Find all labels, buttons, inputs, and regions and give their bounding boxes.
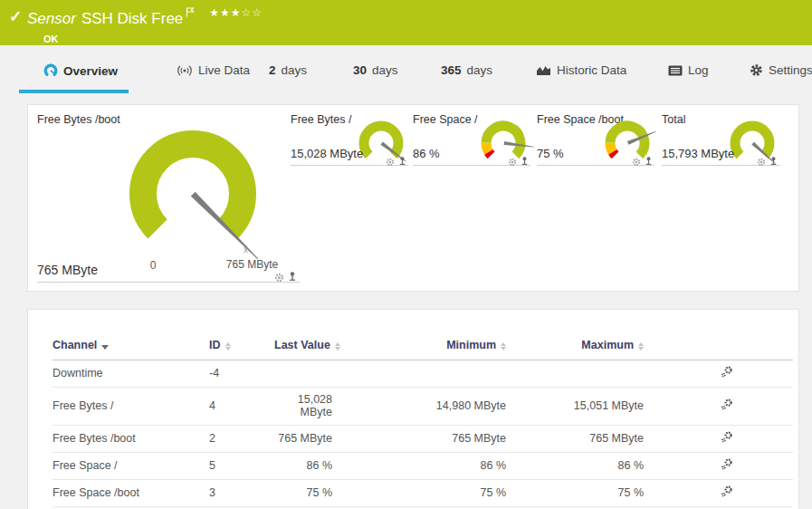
channels-table: Channel ID Last Value Minimum Maximum Do… xyxy=(53,333,793,509)
col-header-channel[interactable]: Channel xyxy=(53,333,209,360)
pin-icon[interactable] xyxy=(398,154,406,170)
cell-channel: Free Bytes / xyxy=(53,387,209,425)
main-gauge-title: Free Bytes /boot xyxy=(37,113,120,126)
cell-channel: Downtime xyxy=(53,360,209,387)
main-gauge-arc xyxy=(120,118,265,263)
tab-live-data-label: Live Data xyxy=(198,63,250,77)
cell-id: 3 xyxy=(209,479,274,506)
cell-minimum: 765 MByte xyxy=(386,425,558,452)
tab-2-days-label: days xyxy=(282,63,308,77)
table-row: Free Bytes /boot 2 765 MByte 765 MByte 7… xyxy=(53,425,793,452)
cell-last-value xyxy=(274,360,386,387)
sensor-header: ✓ SensorSSH Disk Free★★★☆☆ OK xyxy=(0,0,812,45)
table-row: Free Space /boot 3 75 % 75 % 75 % xyxy=(53,479,793,506)
tab-30-days-number: 30 xyxy=(353,63,367,77)
gauge-free-space-root[interactable]: Free Space / 86 % xyxy=(413,105,530,178)
cell-id: 4 xyxy=(209,387,274,425)
pin-icon[interactable] xyxy=(645,154,653,170)
cell-minimum: 75 % xyxy=(386,479,558,506)
gauge-value: 75 % xyxy=(537,147,564,160)
gauge-total[interactable]: Total 15,793 MByte xyxy=(662,105,779,178)
cell-last-value: 75 % xyxy=(274,479,386,506)
table-row: Free Bytes / 4 15,028 MByte 14,980 MByte… xyxy=(53,387,793,425)
page-title: SensorSSH Disk Free★★★☆☆ xyxy=(27,4,263,28)
channel-gear-icon[interactable] xyxy=(508,154,517,170)
tab-2-days[interactable]: 2 days xyxy=(269,63,307,77)
gauge-title: Free Space / xyxy=(413,113,478,126)
main-gauge-scale-max: 765 MByte xyxy=(209,258,295,271)
tab-365-days-number: 365 xyxy=(441,63,462,77)
cell-maximum: 15,051 MByte xyxy=(558,387,693,425)
cell-last-value: 15,028 MByte xyxy=(274,387,386,425)
sort-icon xyxy=(638,342,644,351)
gauge-title: Total xyxy=(662,113,685,126)
col-header-minimum[interactable]: Minimum xyxy=(386,333,558,360)
channel-gear-icon[interactable] xyxy=(386,154,395,170)
channel-gear-icon[interactable] xyxy=(757,154,766,170)
active-tab-underline xyxy=(19,90,129,93)
tab-overview[interactable]: Overview xyxy=(43,63,118,78)
col-header-id[interactable]: ID xyxy=(209,333,274,360)
pin-icon[interactable] xyxy=(521,154,529,170)
stars-empty: ☆☆ xyxy=(242,6,263,19)
status-check-icon: ✓ xyxy=(9,7,22,26)
main-gauge-value: 765 MByte xyxy=(37,263,98,277)
main-gauge-section[interactable]: Free Bytes /boot 0 765 MByte x̄ 765 MByt… xyxy=(28,105,300,293)
cell-maximum: 86 % xyxy=(558,452,693,479)
gauge-value: 15,028 MByte xyxy=(291,147,363,160)
col-header-last-value[interactable]: Last Value xyxy=(274,333,386,360)
gauge-free-space-boot[interactable]: Free Space /boot 75 % xyxy=(537,105,654,178)
cell-channel: Free Space / xyxy=(53,452,209,479)
tab-settings[interactable]: Settings xyxy=(750,63,812,77)
historic-chart-icon xyxy=(536,64,551,76)
col-header-maximum[interactable]: Maximum xyxy=(558,333,693,360)
channel-gear-icon[interactable] xyxy=(274,270,284,286)
stars-filled: ★★★ xyxy=(209,6,241,19)
status-badge: OK xyxy=(43,34,263,44)
gauge-icon xyxy=(43,63,58,78)
cell-id: -4 xyxy=(209,360,274,387)
cell-last-value: 765 MByte xyxy=(274,425,386,452)
average-marker: x̄ xyxy=(244,245,248,254)
cell-maximum: 75 % xyxy=(558,479,693,506)
sensor-kind-label: Sensor xyxy=(27,10,76,27)
channel-gear-icon[interactable] xyxy=(632,154,641,170)
cell-channel: Free Space /boot xyxy=(53,479,209,506)
tab-historic-data[interactable]: Historic Data xyxy=(536,63,626,77)
table-row: Downtime -4 xyxy=(53,360,793,387)
gauge-free-bytes-root[interactable]: Free Bytes / 15,028 MByte xyxy=(291,105,408,178)
gauge-value: 15,793 MByte xyxy=(662,147,734,160)
pin-icon[interactable] xyxy=(288,270,297,286)
tab-30-days[interactable]: 30 days xyxy=(353,63,398,77)
divider xyxy=(37,282,300,283)
cell-minimum xyxy=(386,360,558,387)
tab-log[interactable]: Log xyxy=(668,63,709,77)
table-row: Free Space / 5 86 % 86 % 86 % xyxy=(53,452,793,479)
tab-overview-label: Overview xyxy=(63,64,118,78)
cell-last-value: 86 % xyxy=(274,452,386,479)
tab-settings-label: Settings xyxy=(769,63,812,77)
priority-stars[interactable]: ★★★☆☆ xyxy=(209,6,263,19)
channels-panel: Channel ID Last Value Minimum Maximum Do… xyxy=(27,309,799,509)
tab-bar: Overview Live Data 2 days 30 days 365 da… xyxy=(0,54,812,93)
channel-settings-icon[interactable] xyxy=(693,425,793,452)
gauge-title: Free Bytes / xyxy=(291,113,351,126)
tab-live-data[interactable]: Live Data xyxy=(177,63,250,77)
flag-icon[interactable] xyxy=(186,4,195,22)
tab-30-days-label: days xyxy=(372,63,398,77)
sort-icon xyxy=(501,342,506,351)
channel-settings-icon[interactable] xyxy=(693,387,793,425)
col-header-settings xyxy=(693,333,793,360)
cell-maximum: 765 MByte xyxy=(558,425,693,452)
tab-365-days[interactable]: 365 days xyxy=(441,63,492,77)
tab-365-days-label: days xyxy=(467,63,493,77)
live-data-icon xyxy=(177,64,193,77)
gauge-value: 86 % xyxy=(413,147,440,160)
pin-icon[interactable] xyxy=(769,154,778,170)
cell-id: 5 xyxy=(209,452,274,479)
channel-settings-icon[interactable] xyxy=(693,452,793,479)
channel-settings-icon[interactable] xyxy=(693,360,793,387)
main-gauge xyxy=(120,118,265,263)
channel-settings-icon[interactable] xyxy=(693,479,793,506)
gear-icon xyxy=(750,63,763,77)
